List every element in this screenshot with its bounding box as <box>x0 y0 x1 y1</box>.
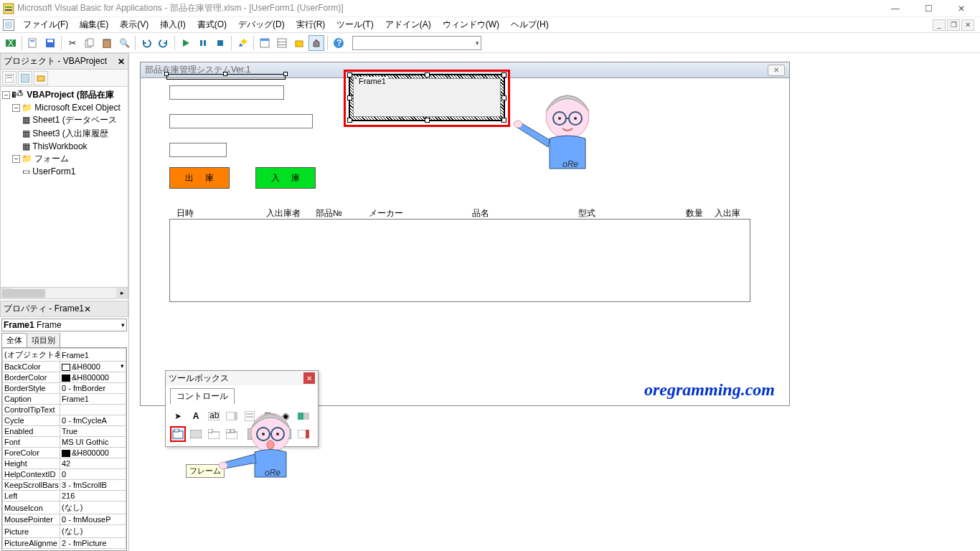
textbox-3[interactable] <box>169 143 227 157</box>
prop-key[interactable]: HelpContextID <box>3 469 60 480</box>
save-icon[interactable] <box>42 35 58 51</box>
prop-value[interactable]: 0 - fmMouseP <box>60 514 126 525</box>
project-tree-hscroll[interactable]: ◂▸ <box>0 288 128 299</box>
prop-value[interactable]: 0 - fmBorder <box>60 383 126 394</box>
prop-value[interactable]: Frame1 <box>60 349 126 362</box>
form-designer[interactable]: 部品在庫管理システムVer.1 ✕ 出 庫 入 庫 日時 入出庫者 部品№ メー… <box>129 53 980 551</box>
listbox-history[interactable] <box>169 219 750 302</box>
object-browser-icon[interactable] <box>291 35 307 51</box>
prop-key[interactable]: BackColor <box>3 362 60 372</box>
btn-nyuko[interactable]: 入 庫 <box>255 167 316 189</box>
tree-thisworkbook[interactable]: ThisWorkbook <box>32 141 87 151</box>
prop-value[interactable]: 2 - fmPicture <box>60 538 126 549</box>
properties-window-icon[interactable] <box>274 35 290 51</box>
prop-value[interactable]: &H800000 <box>60 372 126 383</box>
prop-value[interactable]: (なし) <box>60 501 126 514</box>
menu-insert[interactable]: 挿入(I) <box>154 17 191 32</box>
toolbox-window[interactable]: ツールボックス ✕ コントロール ➤ A ab ☑ ◉ <box>165 370 319 447</box>
view-code-icon[interactable] <box>2 71 17 85</box>
userform-canvas[interactable]: 部品在庫管理システムVer.1 ✕ 出 庫 入 庫 日時 入出庫者 部品№ メー… <box>140 62 790 406</box>
view-object-icon[interactable] <box>18 71 32 85</box>
prop-key[interactable]: BorderColor <box>3 372 60 383</box>
prop-key[interactable]: BorderStyle <box>3 383 60 394</box>
prop-key[interactable]: ForeColor <box>3 448 60 458</box>
window-close-button[interactable]: ✕ <box>946 1 977 17</box>
reset-icon[interactable] <box>212 35 228 51</box>
tree-forms-folder[interactable]: フォーム <box>34 154 69 164</box>
run-icon[interactable] <box>178 35 194 51</box>
paste-icon[interactable] <box>99 35 115 51</box>
find-icon[interactable]: 🔍 <box>116 35 132 51</box>
prop-value[interactable]: 0 - fmCycleA <box>60 415 126 426</box>
prop-key[interactable]: Height <box>3 458 60 469</box>
menu-addins[interactable]: アドイン(A) <box>380 17 437 32</box>
menu-view[interactable]: 表示(V) <box>114 17 154 32</box>
toggle-folders-icon[interactable] <box>34 71 48 85</box>
prop-value[interactable]: MS UI Gothic <box>60 437 126 448</box>
window-minimize-button[interactable]: — <box>880 1 911 17</box>
design-mode-icon[interactable] <box>235 35 250 51</box>
userform-close-button[interactable]: ✕ <box>768 65 785 76</box>
prop-key[interactable]: Cycle <box>3 415 60 426</box>
properties-object-combo[interactable]: Frame1 Frame <box>1 319 127 331</box>
prop-key[interactable]: MousePointer <box>3 514 60 525</box>
prop-key[interactable]: Picture <box>3 525 60 538</box>
prop-value[interactable] <box>60 405 126 415</box>
tree-root[interactable]: VBAProject (部品在庫 <box>27 90 113 100</box>
tool-commandbutton-icon[interactable] <box>188 426 204 442</box>
toolbox-icon[interactable] <box>308 35 324 51</box>
help-icon[interactable]: ? <box>331 35 347 51</box>
cut-icon[interactable]: ✂ <box>65 35 80 51</box>
toolbox-titlebar[interactable]: ツールボックス ✕ <box>166 371 318 385</box>
prop-key[interactable]: ControlTipText <box>3 405 60 415</box>
copy-icon[interactable] <box>82 35 98 51</box>
redo-icon[interactable] <box>156 35 171 51</box>
view-excel-icon[interactable]: X <box>3 35 19 51</box>
prop-value[interactable]: (なし) <box>60 525 126 538</box>
menu-run[interactable]: 実行(R) <box>291 17 331 32</box>
properties-tab-all[interactable]: 全体 <box>1 333 27 347</box>
break-icon[interactable] <box>195 35 211 51</box>
menu-file[interactable]: ファイル(F) <box>17 17 74 32</box>
insert-module-icon[interactable] <box>25 35 41 51</box>
menu-help[interactable]: ヘルプ(H) <box>505 17 555 32</box>
project-tree[interactable]: –�యి VBAProject (部品在庫 –📁 Microsoft Excel… <box>0 87 128 288</box>
prop-value[interactable]: 42 <box>60 458 126 469</box>
menu-debug[interactable]: デバッグ(D) <box>232 17 291 32</box>
menu-tools[interactable]: ツール(T) <box>331 17 379 32</box>
procedure-combo[interactable] <box>352 36 481 50</box>
prop-key[interactable]: PictureAlignme <box>3 538 60 549</box>
project-pane-close-button[interactable]: ✕ <box>118 57 125 67</box>
toolbox-tab-controls[interactable]: コントロール <box>170 388 235 404</box>
tool-frame-icon[interactable] <box>170 426 186 442</box>
mdi-minimize-button[interactable]: _ <box>933 19 946 31</box>
properties-grid[interactable]: (オブジェクト名)Frame1BackColor&H8000▾BorderCol… <box>1 348 127 551</box>
undo-icon[interactable] <box>138 35 154 51</box>
prop-key[interactable]: Enabled <box>3 426 60 437</box>
menu-edit[interactable]: 編集(E) <box>74 17 114 32</box>
tool-label-icon[interactable]: A <box>188 408 204 424</box>
prop-value[interactable]: True <box>60 426 126 437</box>
system-menu-icon[interactable] <box>3 19 14 31</box>
textbox-1[interactable] <box>169 85 284 100</box>
toolbox-close-button[interactable]: ✕ <box>303 372 315 384</box>
prop-key[interactable]: Font <box>3 437 60 448</box>
btn-shukko[interactable]: 出 庫 <box>169 167 230 189</box>
prop-value[interactable]: &H8000▾ <box>60 362 126 372</box>
prop-value[interactable]: &H800000 <box>60 448 126 458</box>
menu-format[interactable]: 書式(O) <box>192 17 232 32</box>
project-explorer-icon[interactable] <box>257 35 273 51</box>
prop-value[interactable]: 3 - fmScrollB <box>60 480 126 491</box>
mdi-close-button[interactable]: ✕ <box>961 19 974 31</box>
tree-excel-objects[interactable]: Microsoft Excel Object <box>34 103 120 113</box>
prop-value[interactable]: Frame1 <box>60 394 126 405</box>
prop-value[interactable]: 0 <box>60 469 126 480</box>
window-maximize-button[interactable]: ☐ <box>913 1 944 17</box>
tree-sheet1[interactable]: Sheet1 (データベース <box>32 115 116 125</box>
prop-key[interactable]: (オブジェクト名) <box>3 349 60 362</box>
tree-sheet3[interactable]: Sheet3 (入出庫履歴 <box>32 128 108 138</box>
prop-key[interactable]: Caption <box>3 394 60 405</box>
prop-key[interactable]: KeepScrollBars <box>3 480 60 491</box>
properties-pane-close-button[interactable]: ✕ <box>84 304 91 314</box>
menu-window[interactable]: ウィンドウ(W) <box>437 17 505 32</box>
